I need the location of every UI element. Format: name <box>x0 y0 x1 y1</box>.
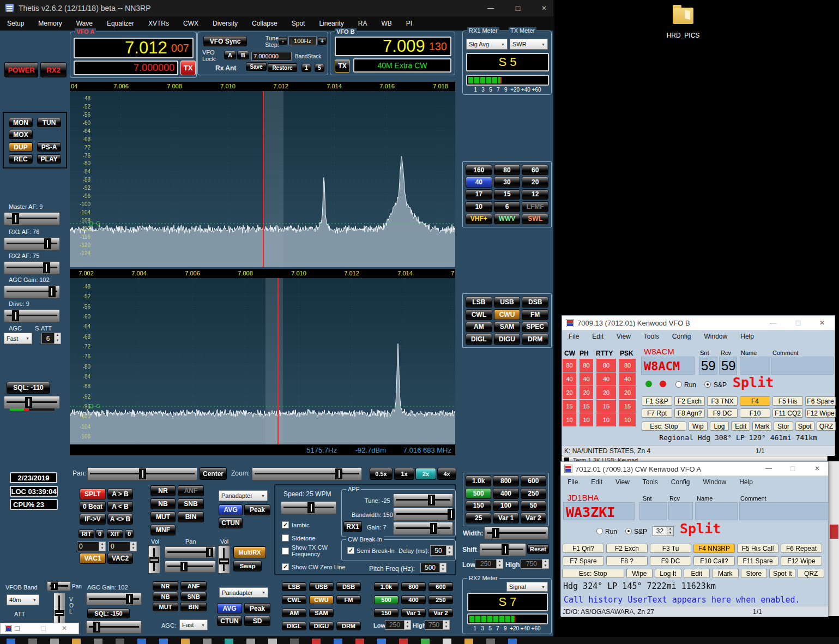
menu-item[interactable]: Config <box>666 333 698 340</box>
apf-tune-slider[interactable] <box>393 493 453 507</box>
function-key-button[interactable]: F6 Repeat <box>781 544 822 553</box>
nr-button[interactable]: NR <box>150 485 176 496</box>
band-button[interactable]: 160 <box>466 165 492 175</box>
band-button[interactable]: WWV <box>494 214 521 224</box>
a-to-b-button[interactable]: A > B <box>107 489 133 499</box>
comment-field[interactable] <box>739 502 829 520</box>
taskbar-icon-app-6[interactable] <box>203 639 212 644</box>
taskbar-icon-app-10[interactable] <box>290 639 299 644</box>
filter-button[interactable]: Var 1 <box>493 513 518 523</box>
mode-button[interactable]: DIGU <box>494 334 521 345</box>
menu-item[interactable]: View <box>609 478 636 486</box>
function-key-button[interactable]: Log <box>710 422 729 431</box>
multirx-vol-slider[interactable] <box>148 545 160 574</box>
vfoa-tx-frequency-display[interactable]: 7.000000 <box>74 61 178 75</box>
ctun-button[interactable]: CTUN <box>219 517 243 528</box>
rx2-low-spinner[interactable]: 250▲▼ <box>385 620 411 630</box>
anf-button[interactable]: ANF <box>178 485 204 496</box>
function-key-button[interactable]: Log It <box>655 569 681 578</box>
rx2-snb-button[interactable]: SNB <box>180 592 207 601</box>
band-button[interactable]: 15 <box>494 189 521 200</box>
band-count-cell[interactable]: 10 <box>596 413 616 426</box>
sidetone-checkbox[interactable] <box>282 534 289 541</box>
band-count-cell[interactable]: 80 <box>580 359 593 372</box>
vfo-lock-b-button[interactable]: B <box>237 51 249 59</box>
taskbar-icon-file-explorer[interactable] <box>72 639 81 644</box>
taskbar-icon-app-13[interactable] <box>355 639 364 644</box>
thetis-menu-item[interactable]: Linearity <box>312 20 351 27</box>
minimize-icon[interactable] <box>765 317 781 328</box>
band-button[interactable]: 17 <box>466 189 492 200</box>
show-cw-zero-checkbox[interactable] <box>282 563 289 570</box>
rx-ant-label[interactable]: Rx Ant <box>215 64 236 72</box>
rx2-panadapter[interactable]: -48-52-56-60-64-68-72-76-80-84-88-92-96-… <box>70 278 455 444</box>
menu-item[interactable]: Edit <box>586 333 610 340</box>
rx2-filter-button[interactable]: Var 2 <box>428 609 453 617</box>
rx2-bin-button[interactable]: BIN <box>180 602 207 611</box>
low-spinner[interactable]: 250▲▼ <box>475 559 503 569</box>
menu-item[interactable]: Window <box>698 333 734 340</box>
rx2-mode-button[interactable]: DIGU <box>309 622 334 630</box>
thetis-menu-item[interactable]: RA <box>351 20 375 27</box>
function-key-button[interactable]: F2 Exch <box>606 544 648 553</box>
maximize-icon[interactable] <box>784 463 801 474</box>
taskbar-icon-app-9[interactable] <box>268 639 277 644</box>
menu-item[interactable]: Help <box>734 333 760 340</box>
tune-step-plus-button[interactable]: + <box>318 37 327 45</box>
rx2-peak-button[interactable]: Peak <box>244 603 270 613</box>
rit-spinner[interactable]: 0▲▼ <box>77 541 106 551</box>
save-button[interactable]: Save <box>246 62 267 71</box>
function-key-button[interactable]: Stor <box>774 422 793 431</box>
taskbar-icon-app-17[interactable] <box>443 639 451 644</box>
rx1-meter-select[interactable]: Sig Avg <box>466 39 508 50</box>
xit-zero-button[interactable]: 0 <box>125 529 134 538</box>
xit-spinner[interactable]: 0▲▼ <box>108 541 137 551</box>
rit-zero-button[interactable]: 0 <box>95 529 104 538</box>
thetis-menu-item[interactable]: Wave <box>69 20 100 27</box>
rcv-field[interactable]: 59 <box>719 357 737 375</box>
rx1-af-slider[interactable] <box>4 237 60 250</box>
taskbar-icon-app-2[interactable] <box>116 639 124 644</box>
mode-button[interactable]: FM <box>522 309 548 320</box>
mnf-button[interactable]: MNF <box>150 525 176 535</box>
width-slider[interactable] <box>484 527 548 539</box>
function-key-button[interactable]: F7 Rpt <box>642 408 672 418</box>
rx2-ctun-button[interactable]: CTUN <box>217 616 242 626</box>
rcv-field[interactable] <box>668 502 693 520</box>
mode-button[interactable]: LSB <box>466 297 492 308</box>
vfoa-frequency-display[interactable]: 7.012 007 <box>74 38 194 58</box>
apf-bandwidth-slider[interactable] <box>393 508 453 521</box>
agc-gain-slider[interactable] <box>4 285 60 298</box>
mut-button[interactable]: MUT <box>150 511 176 522</box>
band-count-cell[interactable]: 20 <box>580 386 593 399</box>
thetis-menu-item[interactable]: WB <box>374 20 399 27</box>
thetis-menu-item[interactable]: Setup <box>0 20 31 27</box>
iambic-checkbox[interactable] <box>282 521 289 528</box>
menu-item[interactable]: Config <box>665 478 697 486</box>
multirx-pan-slider[interactable] <box>165 546 216 558</box>
thetis-menu-item[interactable]: XVTRs <box>141 20 176 27</box>
rx2-mode-button[interactable]: DIGL <box>282 622 306 630</box>
master-af-slider[interactable] <box>4 212 60 225</box>
minimize-icon[interactable] <box>482 3 499 14</box>
close-icon[interactable] <box>536 3 552 14</box>
snt-field[interactable]: 59 <box>699 357 717 375</box>
thetis-menu-item[interactable]: Equalizer <box>100 20 141 27</box>
thetis-menu-item[interactable]: PI <box>399 20 419 27</box>
a-swap-b-button[interactable]: A <> B <box>107 514 133 525</box>
rx2-agc-gain-slider[interactable] <box>86 593 142 605</box>
function-key-button[interactable]: Spot <box>795 422 814 431</box>
band-button[interactable]: 60 <box>522 165 548 175</box>
filter-button[interactable]: 600 <box>521 476 546 486</box>
function-key-button[interactable]: F1 Qrl? <box>563 544 604 553</box>
vfo-sync-button[interactable]: VFO Sync <box>203 36 247 46</box>
rx2-mode-button[interactable]: AM <box>282 609 306 617</box>
band-count-cell[interactable]: 15 <box>563 400 576 413</box>
menu-item[interactable]: View <box>610 333 637 340</box>
filter-button[interactable]: Var 2 <box>521 513 546 523</box>
function-key-button[interactable]: F10 <box>740 408 770 418</box>
rx2-filter-button[interactable]: Var 1 <box>401 609 426 617</box>
agc-mode-select[interactable]: Fast <box>4 333 32 344</box>
bandstack-5-button[interactable]: 5 <box>315 64 324 72</box>
zero-beat-button[interactable]: 0 Beat <box>80 501 106 512</box>
